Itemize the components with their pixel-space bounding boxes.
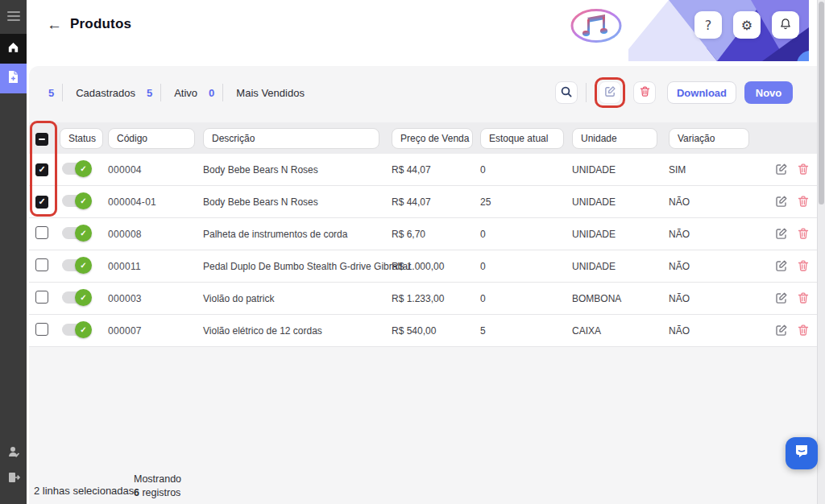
cell-estoque: 25 [480,196,572,208]
chat-bubble-icon [793,443,810,464]
showing-label: Mostrando [134,473,181,485]
trash-icon [639,85,651,100]
row-checkbox[interactable] [35,163,48,176]
back-icon[interactable]: ← [47,17,62,32]
cell-codigo: 000004-01 [108,196,203,208]
table-row: 000008 Palheta de instrumentos de corda … [29,218,817,250]
row-delete-icon[interactable] [797,324,810,337]
sidebar-item-products[interactable] [0,64,27,93]
cell-estoque: 0 [480,261,572,272]
settings-button[interactable]: ⚙︎ [733,11,761,39]
cell-preco: R$ 44,07 [392,196,480,208]
column-header-descricao[interactable]: Descrição [203,128,379,149]
column-header-codigo[interactable]: Código [108,128,195,149]
tab-mais-vendidos[interactable]: Mais Vendidos [236,87,305,99]
toolbar: Download Novo [555,77,801,108]
download-button[interactable]: Download [667,81,736,104]
row-edit-icon[interactable] [775,324,789,337]
gear-icon: ⚙︎ [741,18,752,33]
cell-variacao: SIM [669,164,752,176]
products-table: Status Código Descrição Preço de Venda E… [29,122,817,347]
cell-codigo: 000011 [108,261,203,272]
cell-unidade: UNIDADE [572,164,669,176]
user-check-icon [6,444,21,462]
cell-estoque: 0 [480,293,572,304]
selected-rows-label: 2 linhas selecionadas [34,485,134,497]
row-checkbox[interactable] [35,196,48,209]
row-delete-icon[interactable] [797,227,810,241]
divider [62,84,63,101]
row-delete-icon[interactable] [797,163,810,176]
column-header-preco[interactable]: Preço de Venda [392,128,473,149]
row-edit-icon[interactable] [775,163,789,176]
row-edit-icon[interactable] [775,259,789,273]
table-row: 000003 Violão do patrick R$ 1.233,00 0 B… [29,283,817,315]
help-button[interactable]: ? [694,11,722,39]
cell-variacao: NÃO [669,325,752,337]
menu-icon[interactable] [0,11,27,21]
column-header-status[interactable]: Status [60,128,103,149]
cell-unidade: CAIXA [572,325,669,337]
search-button[interactable] [555,81,578,104]
row-checkbox[interactable] [35,291,48,304]
logout-icon [6,470,21,488]
check-icon [75,257,92,274]
novo-button[interactable]: Novo [744,81,793,104]
row-edit-icon[interactable] [775,195,789,209]
row-checkbox[interactable] [35,226,48,239]
column-header-variacao[interactable]: Variação [669,128,749,149]
check-icon [75,225,92,242]
status-toggle[interactable] [62,324,89,336]
row-delete-icon[interactable] [797,259,810,273]
bulk-edit-button[interactable] [599,81,621,104]
total-count: 5 [48,87,54,99]
table-row: 000004-01 Body Bebe Bears N Roses R$ 44,… [29,186,817,218]
select-all-checkbox[interactable] [35,133,48,146]
chat-launcher-button[interactable] [786,437,818,469]
check-icon [75,160,92,177]
row-delete-icon[interactable] [797,195,810,209]
cell-estoque: 0 [480,229,572,240]
cell-variacao: NÃO [669,229,752,240]
cell-codigo: 000008 [108,229,203,240]
divider [586,83,587,102]
sidebar-item-account[interactable] [0,443,27,464]
sidebar-item-home[interactable] [0,34,27,64]
sidebar-item-logout[interactable] [0,469,27,490]
annotation-highlight-edit-button [595,77,625,108]
notifications-button[interactable] [772,11,799,39]
check-icon [75,321,92,338]
row-edit-icon[interactable] [775,227,789,241]
cell-descricao: Violão do patrick [203,293,392,304]
products-file-icon [7,70,19,87]
cell-unidade: UNIDADE [572,229,669,240]
row-edit-icon[interactable] [775,291,789,305]
cell-descricao: Palheta de instrumentos de corda [203,229,392,240]
status-toggle[interactable] [62,163,89,175]
tab-ativo[interactable]: Ativo [174,87,197,99]
showing-count: 6 [134,487,139,498]
tab-cadastrados[interactable]: Cadastrados [76,87,135,99]
scrollbar-thumb[interactable] [819,2,824,204]
status-toggle[interactable] [62,195,89,207]
search-icon [560,85,573,101]
cell-descricao: Violão elétrico de 12 cordas [203,325,392,337]
ativo-count: 0 [209,87,214,99]
status-toggle[interactable] [62,227,89,239]
status-toggle[interactable] [62,291,89,304]
status-toggle[interactable] [62,259,89,271]
column-header-unidade[interactable]: Unidade [572,128,657,149]
cell-descricao: Body Bebe Bears N Roses [203,164,392,176]
row-delete-icon[interactable] [797,291,810,305]
filter-bar: 5 Cadastrados 5 Ativo 0 Mais Vendidos [29,66,817,119]
cell-variacao: NÃO [669,261,752,272]
column-header-estoque[interactable]: Estoque atual [480,128,564,149]
header: ← Produtos ? ⚙︎ [27,0,817,61]
showing-suffix: registros [139,487,180,498]
cell-preco: R$ 1.233,00 [392,293,480,304]
row-checkbox[interactable] [35,258,48,271]
bell-icon [779,17,792,33]
row-checkbox[interactable] [35,323,48,336]
scrollbar[interactable] [817,0,825,504]
bulk-delete-button[interactable] [633,81,656,104]
